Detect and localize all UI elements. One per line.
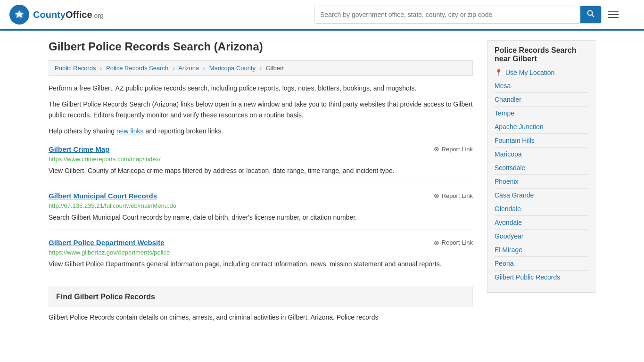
report-link-button-2[interactable]: ⊗ Report Link [434,239,473,247]
breadcrumb-maricopa-county[interactable]: Maricopa County [209,65,256,72]
search-button[interactable] [580,6,601,23]
sidebar-list-item: Glendale [495,205,588,216]
report-link-label-0: Report Link [442,146,473,153]
record-card: Gilbert Police Department Website ⊗ Repo… [49,239,473,277]
menu-line-3 [608,17,619,18]
site-header: CountyOffice.org [0,0,644,31]
logo-icon [9,5,29,25]
sidebar-list-item: Scottsdale [495,164,588,175]
sidebar-link-5[interactable]: Maricopa [495,150,588,161]
sidebar-link-1[interactable]: Chandler [495,96,588,107]
record-url-0: https://www.crimereports.com/map/index/ [49,156,473,163]
record-url-1: http://67.135.235.21/fullcourtweb/mainMe… [49,202,473,209]
use-my-location-label: Use My Location [505,69,554,76]
record-title-2[interactable]: Gilbert Police Department Website [49,239,165,247]
sidebar-link-10[interactable]: Avondale [495,219,588,230]
sidebar-list-item: Avondale [495,219,588,230]
sidebar-list-item: El Mirage [495,246,588,257]
sidebar-link-11[interactable]: Goodyear [495,232,588,243]
new-links-link[interactable]: new links [116,127,144,135]
record-cards-container: Gilbert Crime Map ⊗ Report Link https://… [49,145,473,277]
record-url-2: https://www.gilbertaz.gov/departments/po… [49,249,473,256]
desc-para-3-suffix: and reporting broken links. [144,127,223,135]
sidebar-list-item: Peoria [495,260,588,271]
record-card-header: Gilbert Crime Map ⊗ Report Link [49,145,473,153]
breadcrumb-arizona[interactable]: Arizona [178,65,199,72]
page-title: Gilbert Police Records Search (Arizona) [49,40,473,53]
breadcrumb-sep-2: › [173,65,174,72]
record-desc-1: Search Gilbert Municipal Court records b… [49,212,473,222]
sidebar-list-item: Chandler [495,96,588,107]
breadcrumb: Public Records › Police Records Search ›… [49,60,473,76]
logo-area: CountyOffice.org [9,5,104,25]
sidebar-list-item: Casa Grande [495,191,588,202]
report-icon-1: ⊗ [434,192,439,199]
record-title-1[interactable]: Gilbert Municipal Court Records [49,192,157,200]
report-link-label-2: Report Link [442,239,473,246]
find-section-content: Gilbert Police Records contain details o… [49,312,473,322]
sidebar-list-item: Maricopa [495,150,588,161]
record-card-header: Gilbert Police Department Website ⊗ Repo… [49,239,473,247]
sidebar-link-7[interactable]: Phoenix [495,178,588,189]
report-link-button-1[interactable]: ⊗ Report Link [434,192,473,199]
find-section-title: Find Gilbert Police Records [56,293,465,301]
report-link-button-0[interactable]: ⊗ Report Link [434,145,473,153]
breadcrumb-police-records-search[interactable]: Police Records Search [106,65,168,72]
sidebar-list-item: Goodyear [495,232,588,243]
sidebar-list-item: Tempe [495,109,588,120]
sidebar-link-8[interactable]: Casa Grande [495,191,588,202]
main-container: Gilbert Police Records Search (Arizona) … [39,31,605,332]
sidebar: Police Records Search near Gilbert 📍 Use… [487,40,595,322]
search-area [314,6,620,24]
desc-para-1: Perform a free Gilbert, AZ public police… [49,83,473,93]
record-card: Gilbert Crime Map ⊗ Report Link https://… [49,145,473,183]
sidebar-link-9[interactable]: Glendale [495,205,588,216]
sidebar-link-0[interactable]: Mesa [495,82,588,93]
record-card: Gilbert Municipal Court Records ⊗ Report… [49,192,473,230]
report-icon-0: ⊗ [434,145,439,153]
sidebar-link-4[interactable]: Fountain Hills [495,137,588,148]
breadcrumb-public-records[interactable]: Public Records [55,65,96,72]
sidebar-link-12[interactable]: El Mirage [495,246,588,257]
location-icon: 📍 [495,69,503,76]
logo-text: CountyOffice.org [33,9,104,20]
svg-point-2 [588,11,593,16]
desc-para-2: The Gilbert Police Records Search (Arizo… [49,99,473,120]
search-box [314,6,602,24]
breadcrumb-sep-1: › [100,65,102,72]
sidebar-list-item: Fountain Hills [495,137,588,148]
sidebar-list-item: Apache Junction [495,123,588,134]
breadcrumb-current: Gilbert [266,65,284,72]
sidebar-list-item: Phoenix [495,178,588,189]
breadcrumb-sep-3: › [203,65,205,72]
report-link-label-1: Report Link [442,192,473,199]
find-section: Find Gilbert Police Records [49,287,473,307]
report-icon-2: ⊗ [434,239,439,247]
record-card-header: Gilbert Municipal Court Records ⊗ Report… [49,192,473,200]
sidebar-link-14[interactable]: Gilbert Public Records [495,273,588,284]
search-input[interactable] [314,6,580,23]
menu-line-2 [608,14,619,15]
sidebar-title: Police Records Search near Gilbert [495,46,588,63]
record-title-0[interactable]: Gilbert Crime Map [49,145,109,153]
search-icon [587,10,594,17]
sidebar-list-item: Gilbert Public Records [495,273,588,284]
sidebar-link-6[interactable]: Scottsdale [495,164,588,175]
desc-para-3-prefix: Help others by sharing [49,127,116,135]
record-desc-0: View Gilbert, County of Maricopa crime m… [49,165,473,176]
sidebar-link-2[interactable]: Tempe [495,109,588,120]
content-area: Gilbert Police Records Search (Arizona) … [49,40,473,322]
sidebar-box: Police Records Search near Gilbert 📍 Use… [487,40,595,293]
record-desc-2: View Gilbert Police Department's general… [49,259,473,269]
breadcrumb-sep-4: › [260,65,262,72]
desc-para-3: Help others by sharing new links and rep… [49,126,473,136]
sidebar-link-3[interactable]: Apache Junction [495,123,588,134]
svg-line-3 [592,15,594,17]
sidebar-links-list: MesaChandlerTempeApache JunctionFountain… [495,82,588,284]
use-my-location-button[interactable]: 📍 Use My Location [495,69,554,76]
sidebar-list-item: Mesa [495,82,588,93]
menu-line-1 [608,11,619,12]
sidebar-link-13[interactable]: Peoria [495,260,588,271]
menu-button[interactable] [606,9,620,20]
